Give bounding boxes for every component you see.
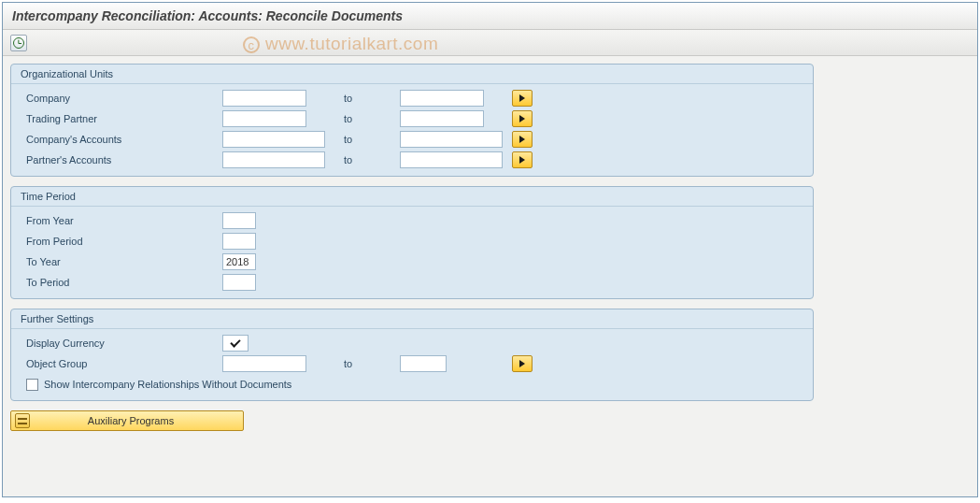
label-from-period: From Period (17, 236, 222, 247)
arrow-right-icon (519, 156, 525, 164)
trading-partner-multi-select-button[interactable] (512, 110, 533, 127)
group-time-period: Time Period From Year From Period To Yea… (10, 186, 814, 299)
company-to-input[interactable] (400, 90, 484, 107)
arrow-right-icon (519, 94, 525, 102)
body: Organizational Units Company to Trading … (3, 56, 977, 438)
row-object-group: Object Group to (17, 353, 807, 374)
label-partner-accounts: Partner's Accounts (17, 154, 222, 165)
company-from-input[interactable] (222, 90, 306, 107)
check-icon (230, 337, 240, 347)
row-from-period: From Period (17, 231, 807, 252)
to-label: to (325, 134, 400, 145)
to-label: to (325, 113, 400, 124)
row-to-year: To Year (17, 252, 807, 272)
to-period-input[interactable] (222, 274, 256, 291)
partner-accounts-to-input[interactable] (400, 151, 503, 168)
label-to-year: To Year (17, 256, 222, 267)
group-title-time: Time Period (11, 187, 813, 207)
auxiliary-programs-button[interactable]: Auxiliary Programs (10, 410, 244, 431)
to-label: to (325, 93, 400, 104)
trading-partner-from-input[interactable] (222, 110, 306, 127)
from-period-input[interactable] (222, 233, 256, 250)
list-icon (15, 413, 30, 428)
label-display-currency: Display Currency (17, 338, 222, 349)
clock-icon (13, 37, 24, 49)
to-label: to (325, 358, 400, 369)
group-title-further: Further Settings (11, 309, 813, 329)
arrow-right-icon (519, 360, 525, 367)
label-from-year: From Year (17, 215, 222, 226)
group-body-further: Display Currency Object Group to (11, 329, 813, 400)
row-from-year: From Year (17, 210, 807, 231)
display-currency-checkbox[interactable] (222, 335, 249, 352)
from-year-input[interactable] (222, 212, 256, 229)
label-company: Company (17, 93, 222, 104)
row-show-relationships: Show Intercompany Relationships Without … (17, 374, 807, 395)
object-group-multi-select-button[interactable] (512, 355, 533, 372)
app-window: Intercompany Reconciliation: Accounts: R… (2, 2, 978, 497)
group-further-settings: Further Settings Display Currency Object… (10, 309, 814, 401)
row-display-currency: Display Currency (17, 333, 807, 353)
group-org-units: Organizational Units Company to Trading … (10, 64, 814, 177)
arrow-right-icon (519, 136, 525, 143)
auxiliary-programs-label: Auxiliary Programs (36, 415, 243, 426)
company-accounts-from-input[interactable] (222, 131, 325, 148)
company-accounts-multi-select-button[interactable] (512, 131, 533, 148)
to-label: to (325, 154, 400, 165)
row-trading-partner: Trading Partner to (17, 108, 807, 129)
label-show-relationships: Show Intercompany Relationships Without … (44, 379, 291, 390)
execute-button[interactable] (10, 35, 27, 51)
object-group-from-input[interactable] (222, 355, 306, 372)
page-title: Intercompany Reconciliation: Accounts: R… (3, 3, 977, 30)
row-company: Company to (17, 88, 807, 108)
to-year-input[interactable] (222, 253, 256, 270)
label-company-accounts: Company's Accounts (17, 134, 222, 145)
label-trading-partner: Trading Partner (17, 113, 222, 124)
group-body-org: Company to Trading Partner to (11, 84, 813, 176)
partner-accounts-from-input[interactable] (222, 151, 325, 168)
label-to-period: To Period (17, 277, 222, 288)
group-title-org: Organizational Units (11, 65, 813, 84)
row-partner-accounts: Partner's Accounts to (17, 150, 807, 170)
row-company-accounts: Company's Accounts to (17, 129, 807, 150)
row-to-period: To Period (17, 272, 807, 293)
show-relationships-checkbox[interactable] (26, 379, 38, 391)
object-group-to-input[interactable] (400, 355, 447, 372)
arrow-right-icon (519, 115, 525, 122)
company-multi-select-button[interactable] (512, 90, 533, 107)
group-body-time: From Year From Period To Year To Period (11, 207, 813, 298)
trading-partner-to-input[interactable] (400, 110, 484, 127)
label-object-group: Object Group (17, 358, 222, 369)
company-accounts-to-input[interactable] (400, 131, 503, 148)
toolbar (3, 30, 977, 56)
partner-accounts-multi-select-button[interactable] (512, 151, 533, 168)
